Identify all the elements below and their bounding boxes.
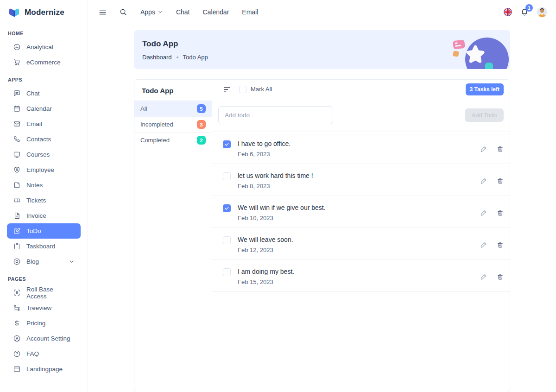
phone-icon	[13, 135, 21, 143]
filter-all[interactable]: All 5	[134, 101, 212, 117]
sidebar-item-label: Blog	[26, 258, 39, 265]
sidebar-item-label: Analytical	[26, 44, 53, 51]
notification-count-badge: 1	[525, 4, 533, 12]
mark-all-checkbox[interactable]	[239, 86, 246, 93]
edit-pencil-icon[interactable]	[480, 145, 487, 152]
browser-icon	[13, 365, 21, 373]
blog-icon	[13, 258, 21, 266]
sidebar-item-blog[interactable]: Blog	[7, 254, 81, 269]
sidebar-item-roll-base-access[interactable]: Roll Base Access	[7, 285, 81, 300]
sidebar-item-contacts[interactable]: Contacts	[7, 132, 81, 147]
sidebar-item-notes[interactable]: Notes	[7, 177, 81, 193]
trash-icon[interactable]	[497, 145, 504, 152]
sidebar-item-treeview[interactable]: Treeview	[7, 300, 81, 316]
user-avatar[interactable]	[537, 7, 547, 17]
sidebar-item-label: Account Setting	[26, 335, 70, 342]
todo-actions	[480, 209, 504, 216]
tasks-left-badge: 3 Tasks left	[466, 83, 504, 95]
todo-checkbox[interactable]	[223, 140, 231, 148]
todo-actions	[480, 273, 504, 280]
topnav-email[interactable]: Email	[242, 8, 258, 16]
sidebar-item-account-setting[interactable]: Account Setting	[7, 331, 81, 346]
sidebar-item-email[interactable]: Email	[7, 116, 81, 132]
edit-pencil-icon[interactable]	[480, 209, 487, 216]
edit-pencil-icon[interactable]	[480, 177, 487, 184]
trash-icon[interactable]	[497, 177, 504, 184]
sidebar-item-label: Chat	[26, 90, 40, 97]
sidebar-item-ecommerce[interactable]: eCommerce	[7, 55, 81, 70]
file-icon	[13, 212, 21, 220]
sidebar-item-label: ToDo	[26, 228, 41, 234]
todo-checkbox[interactable]	[223, 204, 231, 212]
todo-item: I have to go office. Feb 6, 2023	[212, 134, 510, 164]
topnav-chat[interactable]: Chat	[176, 8, 190, 16]
edit-pencil-icon[interactable]	[480, 273, 487, 280]
trash-icon[interactable]	[497, 241, 504, 248]
todo-checkbox[interactable]	[223, 172, 231, 180]
sidebar-item-calendar[interactable]: Calendar	[7, 101, 81, 116]
todo-panel-title: Todo App	[134, 80, 212, 101]
trash-icon[interactable]	[497, 273, 504, 280]
sidebar-item-label: Roll Base Access	[26, 286, 75, 300]
brand-name: Modernize	[25, 8, 64, 17]
add-todo-button[interactable]: Add Todo	[465, 108, 504, 122]
todo-text-block: We will win if we give our best. Feb 10,…	[238, 204, 326, 221]
filter-count-badge: 5	[197, 104, 206, 113]
section-label-apps: APPS	[8, 77, 80, 82]
filter-incompleted[interactable]: Incompleted 3	[134, 117, 212, 133]
todo-actions	[480, 145, 504, 152]
avatar-photo	[537, 7, 547, 17]
check-icon	[224, 206, 229, 211]
sidebar-item-pricing[interactable]: Pricing	[7, 316, 81, 331]
notifications-button[interactable]: 1	[520, 7, 529, 17]
todo-item: We will win if we give our best. Feb 10,…	[212, 198, 510, 228]
clipboard-icon	[13, 242, 21, 250]
aperture-icon	[13, 43, 21, 51]
sidebar-item-analytical[interactable]: Analytical	[7, 39, 81, 55]
language-flag-button[interactable]	[504, 8, 512, 16]
sidebar-item-landingpage[interactable]: Landingpage	[7, 361, 81, 377]
sidebar-item-chat[interactable]: Chat	[7, 86, 81, 101]
topnav-calendar[interactable]: Calendar	[203, 8, 229, 16]
monitor-icon	[13, 151, 21, 158]
trash-icon[interactable]	[497, 209, 504, 216]
search-button[interactable]	[119, 8, 127, 16]
sidebar-item-label: Taskboard	[26, 243, 55, 250]
sidebar-item-tickets[interactable]: Tickets	[7, 193, 81, 208]
sidebar-item-label: eCommerce	[26, 59, 61, 66]
menu-toggle-button[interactable]	[98, 8, 107, 17]
sidebar-item-label: Notes	[26, 182, 43, 189]
sidebar-item-courses[interactable]: Courses	[7, 147, 81, 162]
todo-checkbox[interactable]	[223, 268, 231, 276]
filter-count-badge: 3	[197, 120, 206, 129]
search-icon	[119, 8, 127, 16]
breadcrumb-home[interactable]: Dashboard	[142, 54, 172, 61]
modernize-logo-icon	[8, 7, 20, 18]
sidebar-item-taskboard[interactable]: Taskboard	[7, 239, 81, 254]
topnav-links: Apps Chat Calendar Email	[140, 8, 258, 16]
sidebar-item-invoice[interactable]: Invoice	[7, 208, 81, 223]
todo-checkbox[interactable]	[223, 236, 231, 244]
sidebar-item-label: Employee	[26, 166, 54, 173]
add-todo-input[interactable]	[218, 106, 333, 124]
edit-icon	[13, 227, 21, 235]
edit-pencil-icon[interactable]	[480, 241, 487, 248]
todo-title: I have to go office.	[238, 140, 291, 147]
sidebar-item-todo[interactable]: ToDo	[7, 223, 81, 239]
todo-title: let us work hard this time !	[238, 172, 313, 179]
brand-logo[interactable]: Modernize	[0, 0, 88, 24]
filter-count-badge: 2	[197, 136, 206, 145]
topnav-apps[interactable]: Apps	[140, 8, 163, 16]
topnav-apps-label: Apps	[140, 8, 155, 16]
todo-item: We will leave soon. Feb 12, 2023	[212, 230, 510, 260]
sort-icon[interactable]	[223, 85, 231, 94]
sidebar-item-faq[interactable]: FAQ	[7, 346, 81, 361]
page-container: Todo App Dashboard Todo App Todo App All…	[134, 24, 510, 392]
breadcrumb-separator-dot	[177, 57, 178, 58]
sidebar-item-label: Email	[26, 120, 42, 127]
message-icon	[13, 89, 21, 97]
todo-text-block: I am doing my best. Feb 15, 2023	[238, 268, 294, 285]
main-area: Apps Chat Calendar Email	[88, 0, 556, 392]
filter-completed[interactable]: Completed 2	[134, 133, 212, 148]
sidebar-item-employee[interactable]: Employee	[7, 162, 81, 177]
